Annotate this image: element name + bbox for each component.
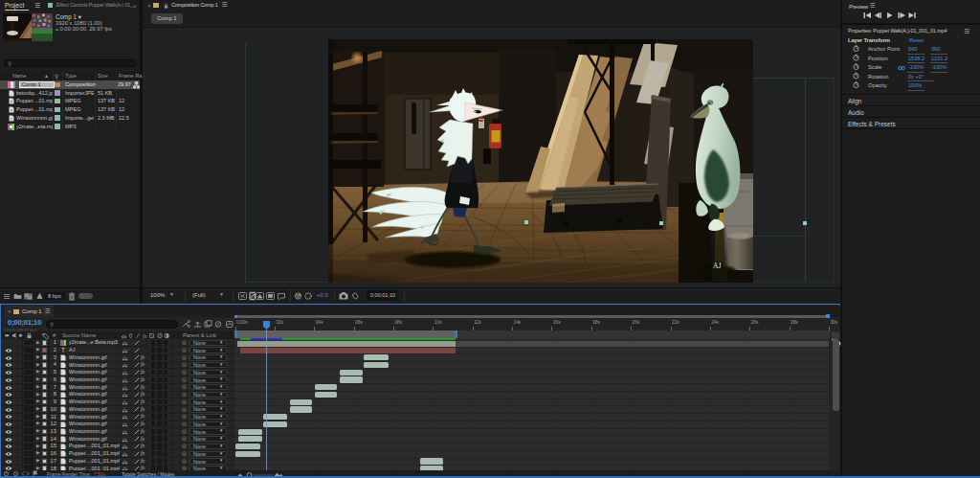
svg-text:AJ: AJ — [713, 262, 721, 270]
